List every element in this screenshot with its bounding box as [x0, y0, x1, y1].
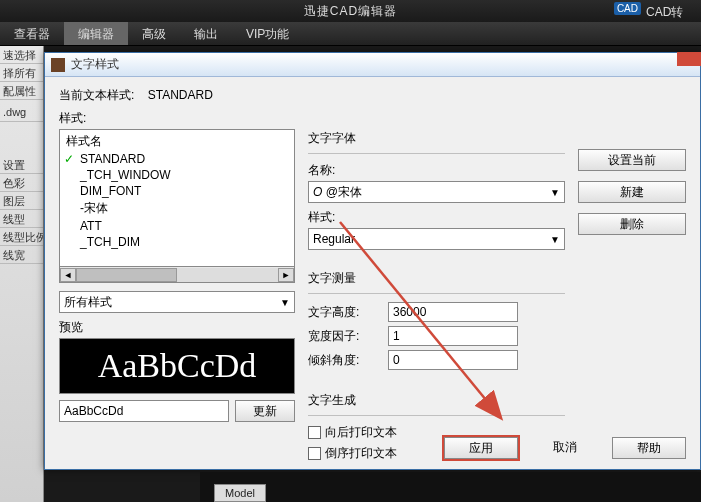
oblique-label: 倾斜角度:: [308, 352, 388, 369]
listbox-hscroll[interactable]: ◄ ►: [59, 267, 295, 283]
current-style-value: STANDARD: [148, 88, 213, 102]
preview-display: AaBbCcDd: [98, 347, 257, 385]
scroll-right-icon[interactable]: ►: [278, 268, 294, 282]
chevron-down-icon: ▼: [550, 234, 560, 245]
tab-advanced[interactable]: 高级: [128, 22, 180, 45]
dialog-footer: 应用 取消 帮助: [444, 437, 686, 459]
backwards-label: 向后打印文本: [325, 424, 397, 441]
filter-value: 所有样式: [64, 294, 112, 311]
font-name-label: 名称:: [308, 162, 565, 179]
update-button[interactable]: 更新: [235, 400, 295, 422]
left-item[interactable]: 线宽: [0, 246, 43, 264]
delete-button[interactable]: 删除: [578, 213, 686, 235]
left-item[interactable]: 线型: [0, 210, 43, 228]
font-style-value: Regular: [313, 232, 355, 246]
left-item[interactable]: 配属性: [0, 82, 43, 100]
cad-badge-text: CAD转: [646, 4, 701, 21]
font-name-value: @宋体: [326, 185, 362, 199]
left-item[interactable]: 色彩: [0, 174, 43, 192]
dialog-icon: [51, 58, 65, 72]
ribbon-tabs: 查看器 编辑器 高级 输出 VIP功能: [0, 22, 701, 46]
preview-input[interactable]: [59, 400, 229, 422]
listbox-header: 样式名: [60, 132, 294, 151]
cad-badge: CAD: [614, 2, 641, 15]
left-file[interactable]: .dwg: [0, 104, 43, 122]
text-style-dialog: 文字样式 当前文本样式: STANDARD 样式: 样式名 STANDARD _…: [44, 52, 701, 470]
help-button[interactable]: 帮助: [612, 437, 686, 459]
app-titlebar: 迅捷CAD编辑器: [0, 0, 701, 22]
font-style-label: 样式:: [308, 209, 565, 226]
font-group-title: 文字字体: [308, 130, 565, 147]
list-item[interactable]: -宋体: [60, 199, 294, 218]
left-item[interactable]: 图层: [0, 192, 43, 210]
chevron-down-icon: ▼: [550, 187, 560, 198]
close-icon[interactable]: [677, 52, 701, 66]
left-item[interactable]: 设置: [0, 156, 43, 174]
left-item[interactable]: 线型比例: [0, 228, 43, 246]
current-style-row: 当前文本样式: STANDARD: [59, 87, 686, 104]
chevron-down-icon: ▼: [280, 297, 290, 308]
new-button[interactable]: 新建: [578, 181, 686, 203]
styles-label: 样式:: [59, 110, 686, 127]
upside-checkbox[interactable]: [308, 447, 321, 460]
height-label: 文字高度:: [308, 304, 388, 321]
list-item[interactable]: ATT: [60, 218, 294, 234]
left-panel: 速选择 择所有 配属性 .dwg 设置 色彩 图层 线型 线型比例 线宽: [0, 46, 44, 502]
font-style-combo[interactable]: Regular ▼: [308, 228, 565, 250]
apply-button[interactable]: 应用: [444, 437, 518, 459]
current-style-label: 当前文本样式:: [59, 88, 134, 102]
backwards-checkbox[interactable]: [308, 426, 321, 439]
width-input[interactable]: [388, 326, 518, 346]
app-title: 迅捷CAD编辑器: [304, 3, 397, 20]
measure-group-title: 文字测量: [308, 270, 565, 287]
font-name-combo[interactable]: O @宋体 ▼: [308, 181, 565, 203]
dialog-titlebar[interactable]: 文字样式: [45, 53, 700, 77]
tab-editor[interactable]: 编辑器: [64, 22, 128, 45]
tab-viewer[interactable]: 查看器: [0, 22, 64, 45]
list-item[interactable]: STANDARD: [60, 151, 294, 167]
list-item[interactable]: DIM_FONT: [60, 183, 294, 199]
left-item[interactable]: 速选择: [0, 46, 43, 64]
upside-label: 倒序打印文本: [325, 445, 397, 462]
preview-box: AaBbCcDd: [59, 338, 295, 394]
list-item[interactable]: _TCH_DIM: [60, 234, 294, 250]
list-item[interactable]: _TCH_WINDOW: [60, 167, 294, 183]
style-listbox[interactable]: 样式名 STANDARD _TCH_WINDOW DIM_FONT -宋体 AT…: [59, 129, 295, 267]
drawing-area: Model: [200, 472, 701, 502]
tab-vip[interactable]: VIP功能: [232, 22, 303, 45]
preview-label: 预览: [59, 319, 295, 336]
scroll-thumb[interactable]: [76, 268, 177, 282]
tab-output[interactable]: 输出: [180, 22, 232, 45]
filter-combo[interactable]: 所有样式 ▼: [59, 291, 295, 313]
left-item[interactable]: 择所有: [0, 64, 43, 82]
oblique-input[interactable]: [388, 350, 518, 370]
cancel-button[interactable]: 取消: [528, 437, 602, 459]
height-input[interactable]: [388, 302, 518, 322]
set-current-button[interactable]: 设置当前: [578, 149, 686, 171]
scroll-left-icon[interactable]: ◄: [60, 268, 76, 282]
dialog-title: 文字样式: [71, 56, 119, 73]
gen-group-title: 文字生成: [308, 392, 565, 409]
model-tab[interactable]: Model: [214, 484, 266, 502]
width-label: 宽度因子:: [308, 328, 388, 345]
